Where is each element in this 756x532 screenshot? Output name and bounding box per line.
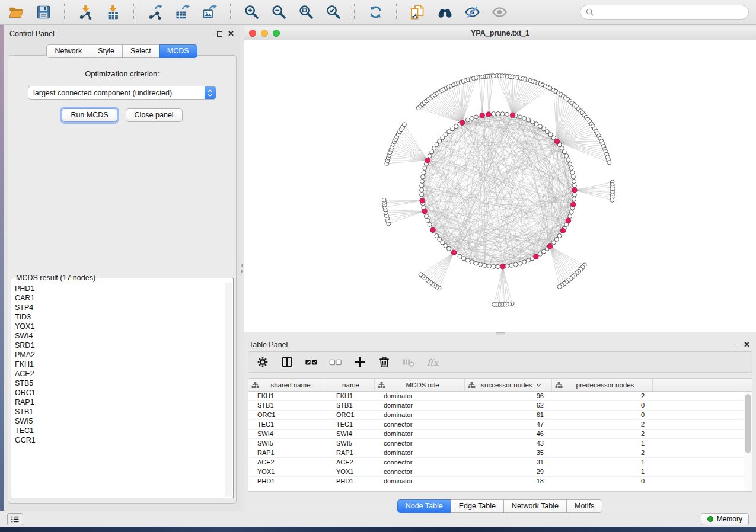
table-cell: connector <box>375 439 465 448</box>
select-all-button[interactable] <box>304 355 318 369</box>
column-header-MCDS-role[interactable]: MCDS role <box>375 379 465 391</box>
table-row[interactable]: FKH1FKH1dominator962 <box>248 392 752 401</box>
mcds-result-item[interactable]: PHD1 <box>15 284 232 293</box>
table-settings-button[interactable] <box>256 355 270 369</box>
column-header-shared-name[interactable]: shared name <box>248 379 327 391</box>
mcds-result-item[interactable]: STP4 <box>15 303 232 312</box>
open-session-button[interactable] <box>7 4 25 21</box>
splitter-grip-icon[interactable] <box>241 262 243 275</box>
mcds-result-item[interactable]: ACE2 <box>15 369 232 379</box>
hide-selected-button[interactable] <box>463 4 481 21</box>
table-scrollbar[interactable] <box>744 392 752 491</box>
table-cell: dominator <box>375 401 465 410</box>
mcds-result-item[interactable]: ORC1 <box>15 388 232 398</box>
mcds-result-item[interactable]: TID3 <box>15 312 232 322</box>
table-cell: 35 <box>465 448 552 457</box>
tab-network-table[interactable]: Network Table <box>503 499 567 513</box>
export-image-button[interactable] <box>200 4 218 21</box>
tab-edge-table[interactable]: Edge Table <box>451 499 504 513</box>
mcds-result-item[interactable]: YOX1 <box>15 322 232 331</box>
float-panel-icon[interactable] <box>217 31 222 37</box>
mcds-result-item[interactable]: RAP1 <box>15 398 232 407</box>
refresh-button[interactable] <box>366 4 384 21</box>
mcds-result-item[interactable]: SRD1 <box>15 341 232 350</box>
horizontal-splitter[interactable] <box>244 332 756 336</box>
table-panel: Table Panel ✕ f(x) shared namenameMCDS r… <box>244 336 756 511</box>
table-cell: SWI4 <box>248 430 327 438</box>
mcds-result-item[interactable]: PMA2 <box>15 350 232 360</box>
tab-motifs[interactable]: Motifs <box>566 499 602 513</box>
export-network-button[interactable] <box>146 4 164 21</box>
table-row[interactable]: YOX1YOX1connector291 <box>248 467 752 477</box>
float-panel-icon[interactable] <box>733 342 738 347</box>
mcds-result-item[interactable]: FKH1 <box>15 360 232 369</box>
table-cell: STB1 <box>248 401 327 410</box>
network-canvas[interactable] <box>244 40 756 332</box>
zoom-out-button[interactable] <box>270 4 288 21</box>
close-panel-button[interactable]: Close panel <box>126 108 183 122</box>
column-header-successor-nodes[interactable]: successor nodes <box>465 379 552 391</box>
mcds-result-item[interactable]: SWI5 <box>15 416 232 426</box>
zoom-in-button[interactable] <box>243 4 260 21</box>
close-panel-icon[interactable]: ✕ <box>228 31 234 37</box>
save-session-button[interactable] <box>34 4 52 21</box>
mcds-result-item[interactable]: SWI4 <box>15 331 232 341</box>
mcds-result-item[interactable]: STB5 <box>15 379 232 388</box>
splitter-grip-icon[interactable] <box>496 332 505 335</box>
table-row[interactable]: ORC1ORC1dominator610 <box>248 411 752 420</box>
tab-mcds[interactable]: MCDS <box>159 44 197 58</box>
table-row[interactable]: STB1STB1dominator620 <box>248 401 752 411</box>
import-network-button[interactable] <box>76 4 94 21</box>
zoom-selected-button[interactable] <box>324 4 342 21</box>
table-row[interactable]: ACE2ACE2connector311 <box>248 458 752 467</box>
column-header-name[interactable]: name <box>327 379 375 391</box>
table-cell: 62 <box>465 401 552 410</box>
table-cell: SWI5 <box>327 439 375 448</box>
memory-button[interactable]: Memory <box>701 513 749 525</box>
mcds-result-item[interactable]: GCR1 <box>15 435 232 445</box>
control-panel-titlebar: Control Panel ✕ <box>4 25 240 39</box>
column-header-predecessor-nodes[interactable]: predecessor nodes <box>552 379 653 391</box>
import-table-button[interactable] <box>104 4 122 21</box>
scrollbar-thumb[interactable] <box>745 394 751 453</box>
mcds-result-item[interactable]: CAR1 <box>15 293 232 303</box>
close-panel-icon[interactable]: ✕ <box>744 342 750 348</box>
search-box[interactable] <box>580 5 749 20</box>
table-row[interactable]: TEC1TEC1connector472 <box>248 420 752 430</box>
criterion-select[interactable]: largest connected component (undirected) <box>28 86 216 100</box>
search-input[interactable] <box>596 8 743 17</box>
clone-network-button[interactable] <box>409 4 426 21</box>
node-table-header: shared namenameMCDS rolesuccessor nodesp… <box>248 379 752 392</box>
task-history-button[interactable] <box>7 513 23 525</box>
tab-network[interactable]: Network <box>46 44 90 58</box>
mcds-result-list[interactable]: PHD1CAR1STP4TID3YOX1SWI4SRD1PMA2FKH1ACE2… <box>12 283 232 445</box>
table-cell: 1 <box>552 439 653 448</box>
table-cell: dominator <box>375 477 465 486</box>
add-column-button[interactable] <box>353 355 367 369</box>
export-table-button[interactable] <box>173 4 191 21</box>
mcds-list-scrollbar[interactable] <box>225 283 232 497</box>
deselect-all-button[interactable] <box>328 355 343 369</box>
mcds-result-item[interactable]: STB1 <box>15 407 232 416</box>
toolbar-separator <box>354 4 355 21</box>
search-network-button[interactable] <box>436 4 454 21</box>
table-row[interactable]: SWI5SWI5connector431 <box>248 439 752 448</box>
table-row[interactable]: RAP1RAP1dominator352 <box>248 448 752 458</box>
table-row[interactable]: PHD1PHD1dominator180 <box>248 477 752 486</box>
vertical-splitter[interactable] <box>240 25 244 511</box>
table-cell: dominator <box>375 430 465 438</box>
toolbar-separator <box>230 4 231 21</box>
column-selector-button[interactable] <box>280 355 294 369</box>
run-mcds-button[interactable]: Run MCDS <box>62 108 117 122</box>
tab-select[interactable]: Select <box>122 44 160 58</box>
delete-column-button[interactable] <box>377 355 391 369</box>
toolbar-separator <box>64 4 65 21</box>
mcds-result-item[interactable]: TEC1 <box>15 426 232 435</box>
zoom-fit-button[interactable] <box>297 4 315 21</box>
tab-node-table[interactable]: Node Table <box>397 499 451 513</box>
table-cell: SWI5 <box>248 439 327 448</box>
function-builder-button: f(x) <box>426 355 440 369</box>
tab-style[interactable]: Style <box>90 44 123 58</box>
table-row[interactable]: SWI4SWI4dominator462 <box>248 430 752 439</box>
svg-text:f(x): f(x) <box>427 357 439 367</box>
